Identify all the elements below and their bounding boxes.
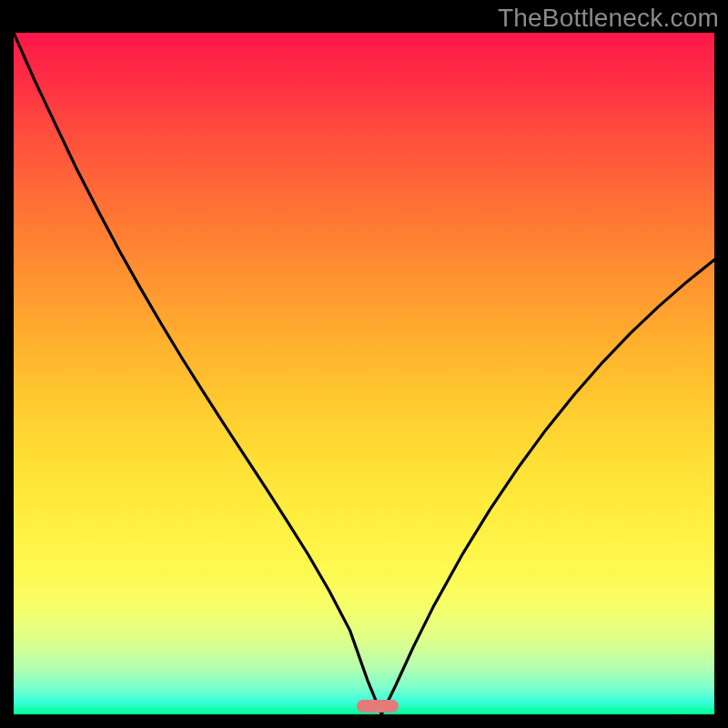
optimum-marker bbox=[357, 700, 399, 713]
watermark-text: TheBottleneck.com bbox=[498, 4, 719, 33]
chart-container: TheBottleneck.com bbox=[0, 0, 728, 728]
plot-area bbox=[14, 33, 714, 714]
bottleneck-curve bbox=[14, 33, 714, 714]
